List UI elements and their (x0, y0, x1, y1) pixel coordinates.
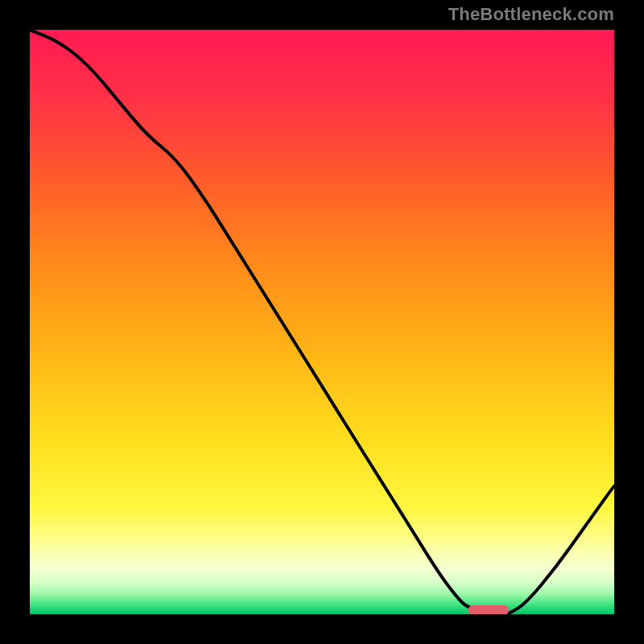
plot-area (30, 30, 614, 614)
watermark-text: TheBottleneck.com (448, 4, 614, 25)
gradient-background (30, 30, 614, 614)
chart-frame: TheBottleneck.com (0, 0, 644, 644)
optimal-marker (469, 605, 510, 614)
plot-svg (30, 30, 614, 614)
